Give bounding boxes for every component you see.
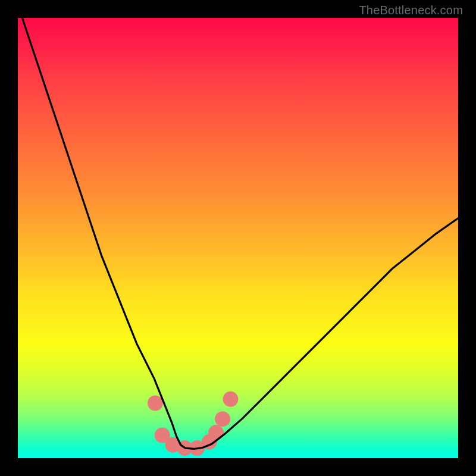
watermark-text: TheBottleneck.com: [359, 4, 463, 17]
curve-layer: [18, 18, 458, 458]
data-marker: [215, 411, 230, 427]
data-markers: [148, 392, 239, 456]
bottleneck-curve: [22, 18, 458, 449]
data-marker: [148, 396, 163, 411]
data-marker: [223, 392, 238, 407]
plot-area: [18, 18, 458, 458]
data-marker: [208, 425, 224, 440]
